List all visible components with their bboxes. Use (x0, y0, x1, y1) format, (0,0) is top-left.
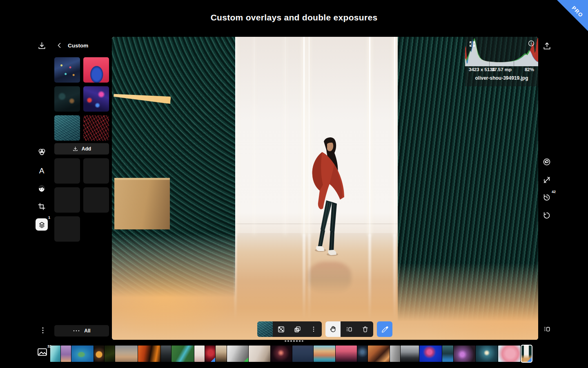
pan-tool-button[interactable] (325, 321, 341, 337)
overlay-tool-group (257, 321, 322, 337)
spiral-circle-icon (542, 157, 551, 166)
kebab-menu-icon (310, 325, 317, 333)
empty-overlay-slot[interactable] (83, 187, 109, 213)
filmstrip-thumbnail[interactable] (249, 346, 270, 362)
filmstrip-scroll-handle[interactable] (285, 340, 303, 342)
transform-overlay-button[interactable] (341, 321, 357, 337)
canvas-transform-button[interactable] (541, 324, 552, 334)
tool-face-button[interactable] (36, 183, 47, 194)
light-line (254, 37, 254, 235)
empty-overlay-slot[interactable] (54, 158, 80, 184)
add-overlay-button[interactable]: Add (54, 143, 109, 155)
duplicate-overlay-button[interactable] (289, 321, 305, 337)
canvas-toolbar (257, 321, 392, 337)
histogram-divider (514, 37, 514, 66)
filmstrip-thumbnail[interactable] (205, 346, 215, 362)
filmstrip-thumbnail[interactable] (368, 346, 390, 362)
checkerboard-icon (277, 325, 285, 333)
overlay-thumbnail[interactable] (54, 57, 80, 83)
filmstrip-thumbnail[interactable] (390, 346, 400, 362)
empty-slot-grid (54, 158, 109, 242)
delete-overlay-button[interactable] (357, 321, 373, 337)
filmstrip-thumbnail[interactable] (292, 346, 313, 362)
vignette-adjust-button[interactable] (541, 157, 552, 167)
overlay-thumb-grid (54, 57, 109, 141)
filmstrip-thumbnail[interactable] (161, 346, 171, 362)
more-options-button[interactable] (38, 325, 48, 336)
pro-ribbon[interactable] (557, 0, 588, 31)
overlay-thumbnail[interactable] (83, 86, 109, 112)
image-megapixels: 17.57 mp (492, 67, 512, 72)
back-button[interactable] (56, 42, 63, 49)
empty-overlay-slot[interactable] (54, 216, 80, 242)
filmstrip-thumbnail[interactable] (138, 346, 160, 362)
blend-mode-button[interactable] (273, 321, 289, 337)
filmstrip-thumbnail[interactable] (61, 346, 71, 362)
filmstrip-thumbnail[interactable] (271, 346, 292, 362)
filmstrip-thumbnail[interactable] (115, 346, 138, 362)
filmstrip-thumbnail[interactable] (357, 346, 368, 362)
eyedropper-icon (381, 325, 389, 333)
import-button[interactable] (36, 40, 47, 51)
filmstrip-thumbnail[interactable] (442, 346, 453, 362)
filmstrip-thumbnail[interactable] (172, 346, 194, 362)
panel-title: Custom (68, 43, 88, 49)
filmstrip-thumbnail[interactable] (194, 346, 205, 362)
toggle-original-button[interactable] (541, 175, 552, 185)
empty-overlay-slot[interactable] (83, 158, 109, 184)
edit-state-badge (211, 357, 215, 362)
tool-text-button[interactable]: A (36, 165, 47, 176)
light-line (369, 37, 370, 235)
info-icon[interactable] (528, 40, 535, 47)
empty-overlay-slot[interactable] (54, 187, 80, 213)
photos-icon (37, 347, 48, 357)
filmstrip-thumbnail[interactable] (216, 346, 227, 362)
overlay-thumbnail[interactable] (54, 115, 80, 141)
filmstrip-thumbnail[interactable] (94, 346, 104, 362)
filmstrip-thumbnail[interactable] (419, 346, 442, 362)
person-subject (308, 136, 351, 263)
filmstrip-thumbnail[interactable] (314, 346, 335, 362)
light-reflection (394, 234, 396, 339)
tool-overlays-button[interactable] (36, 146, 47, 157)
photo-library-button[interactable]: 32 (36, 347, 48, 357)
reset-button[interactable] (541, 210, 552, 221)
overlay-thumbnail[interactable] (83, 115, 109, 141)
flip-transform-icon (543, 325, 551, 333)
filmstrip-thumbnail[interactable] (50, 346, 60, 362)
eyedropper-tool-button[interactable] (377, 321, 392, 337)
overlay-thumbnail[interactable] (54, 86, 80, 112)
filmstrip-thumbnail[interactable] (454, 346, 475, 362)
photo-canvas[interactable]: 3423 x 5134 17.57 mp 82% oliver-shou-394… (112, 37, 538, 340)
expand-icon[interactable] (468, 40, 476, 47)
filmstrip-thumbnail[interactable] (476, 346, 498, 362)
all-overlays-button[interactable]: All (54, 325, 109, 337)
light-line (303, 37, 305, 235)
export-button[interactable] (541, 41, 552, 52)
layers-count-badge: 1 (48, 215, 50, 220)
person-reflection (308, 262, 351, 294)
history-button[interactable]: 42 (541, 192, 552, 203)
filmstrip-thumbnail[interactable] (498, 346, 520, 362)
overlay-thumbnail[interactable] (83, 57, 109, 83)
filmstrip-thumbnail[interactable] (227, 346, 248, 362)
filmstrip-thumbnail[interactable] (521, 345, 532, 363)
filmstrip-thumbnail[interactable] (71, 346, 94, 362)
download-icon (37, 41, 47, 51)
export-icon (542, 42, 552, 51)
overlay-more-button[interactable] (305, 321, 322, 337)
text-tool-icon: A (39, 167, 45, 175)
add-label: Add (82, 146, 91, 152)
filmstrip-thumbnail[interactable] (105, 346, 115, 362)
filmstrip-thumbnail[interactable] (336, 346, 357, 362)
image-dimensions: 3423 x 5134 (469, 67, 495, 72)
edit-state-badge (527, 357, 532, 362)
tool-crop-button[interactable] (36, 201, 47, 212)
overlay-texture-left (112, 37, 235, 303)
filmstrip-thumbnail[interactable] (401, 346, 419, 362)
active-overlay-thumbnail[interactable] (257, 321, 273, 337)
tool-layers-button[interactable]: 1 (36, 218, 48, 231)
flip-transform-icon (345, 325, 353, 333)
app-root: Custom overlays and double exposures PRO… (0, 0, 588, 368)
scene-box (114, 178, 170, 229)
